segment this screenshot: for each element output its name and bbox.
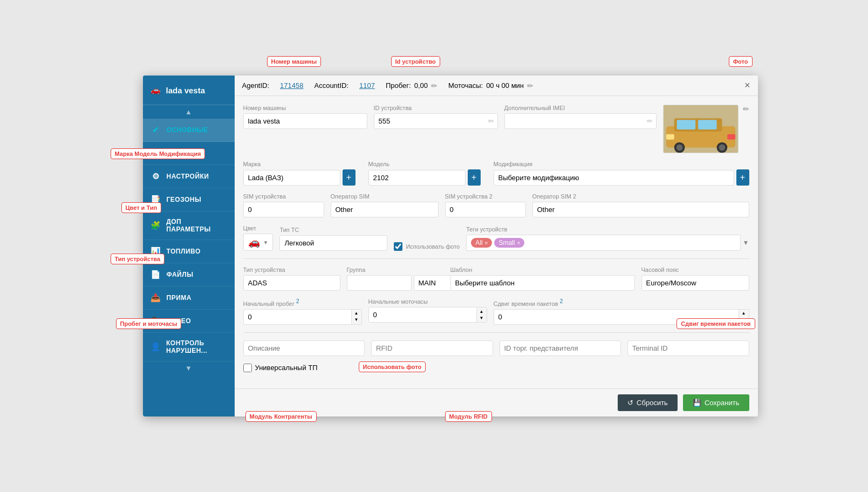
row-tip-ustrojstva: Тип устройства ADAS GPS Группа	[243, 266, 749, 291]
gruppa-input[interactable]	[347, 275, 412, 291]
modifikacia-add-button[interactable]: +	[736, 169, 749, 186]
sidebar-item-fajly[interactable]: 📄 ФАЙЛЫ	[143, 263, 235, 286]
operator-sim-select[interactable]: Other Beeline MTS	[331, 202, 439, 217]
id-torg-group	[500, 340, 621, 356]
operator-sim2-select[interactable]: Other Beeline MTS	[532, 202, 749, 217]
id-ustrojstva-label: ID устройства	[374, 105, 498, 111]
tip-ustrojstva-select[interactable]: ADAS GPS	[243, 275, 340, 291]
sidebar-item-dop-parametry[interactable]: 🧩 ДОП ПАРАМЕТРЫ	[143, 211, 235, 240]
opisanie-input[interactable]	[243, 340, 365, 356]
sdvig-sup-link[interactable]: 2	[560, 298, 563, 304]
account-id-link[interactable]: 1107	[359, 81, 375, 90]
gruppa-label: Группа	[347, 266, 444, 273]
car-photo-svg	[664, 105, 738, 153]
annotation-modul-kontragenty: Модуль Контрагенты	[245, 411, 317, 422]
sidebar-label-geozony: ГЕОЗОНЫ	[167, 196, 202, 203]
sidebar-header: 🚗 lada vesta	[143, 76, 235, 105]
modifikacia-select[interactable]: Выберите модификацию	[494, 170, 734, 186]
shablon-select[interactable]: Выберите шаблон	[450, 275, 635, 291]
sidebar-chevron-down[interactable]: ▼	[143, 361, 235, 375]
nach-probeg-up[interactable]: ▲	[352, 310, 361, 317]
sim2-label: SIM устройства 2	[445, 193, 526, 200]
account-id-label: AccountID:	[314, 81, 348, 90]
sdvig-up[interactable]: ▲	[739, 310, 749, 317]
terminal-id-input[interactable]	[627, 340, 749, 356]
sidebar-item-kontrol[interactable]: 👤 КОНТРОЛЬ НАРУШЕН...	[143, 333, 235, 361]
nomer-mashiny-input[interactable]	[243, 113, 367, 129]
nach-moto-input[interactable]	[369, 308, 476, 322]
model-select[interactable]: 2102	[368, 170, 466, 186]
tag-small: Small ×	[494, 238, 524, 248]
moto-label: Моточасы:	[448, 81, 483, 90]
color-selector[interactable]: 🚗 ▼	[243, 234, 274, 251]
sim2-group: SIM устройства 2	[445, 193, 526, 217]
reset-button[interactable]: ↺ Сбросить	[618, 394, 678, 411]
sidebar-item-osnovnye[interactable]: ✔ ОСНОВНЫЕ	[143, 119, 235, 142]
dop-imei-input[interactable]	[505, 114, 644, 128]
sidebar-label-dop: ДОП ПАРАМЕТРЫ	[166, 218, 227, 233]
modal-close-button[interactable]: ×	[744, 80, 750, 91]
row-sim: SIM устройства Оператор SIM Other Beelin…	[243, 193, 749, 217]
cvet-label: Цвет	[243, 225, 274, 231]
probeg-edit-icon[interactable]: ✏	[431, 81, 438, 90]
nach-moto-controls: ▲ ▼	[476, 309, 487, 322]
gruppa-select[interactable]: MAIN	[414, 275, 452, 291]
annotation-foto: Фото	[729, 56, 753, 67]
model-label: Модель	[368, 161, 487, 167]
moto-edit-icon[interactable]: ✏	[527, 81, 534, 90]
nach-probeg-down[interactable]: ▼	[352, 317, 361, 323]
chasovoj-poyas-select[interactable]: Europe/Moscow UTC	[641, 275, 749, 291]
universal-tp-checkbox[interactable]	[243, 364, 252, 372]
ispolzovat-foto-group: Использовать фото	[394, 231, 460, 251]
svg-point-8	[719, 145, 725, 151]
sim-input[interactable]	[243, 202, 324, 217]
nach-moto-up[interactable]: ▲	[477, 309, 487, 315]
tip-tc-label: Тип ТС	[279, 227, 387, 233]
file-icon: 📄	[151, 270, 161, 279]
operator-sim2-label: Оператор SIM 2	[532, 193, 749, 200]
marka-add-button[interactable]: +	[343, 169, 356, 186]
tag-all: All ×	[471, 238, 492, 248]
gruppa-group: Группа MAIN	[347, 266, 444, 291]
sidebar-label-toplivo: ТОПЛИВО	[167, 248, 201, 255]
operator-sim2-group: Оператор SIM 2 Other Beeline MTS	[532, 193, 749, 217]
agent-id-link[interactable]: 171458	[280, 81, 303, 90]
photo-edit-icon[interactable]: ✏	[743, 105, 749, 113]
row-universal: Универсальный ТП	[243, 364, 749, 372]
cvet-group: Цвет 🚗 ▼	[243, 225, 274, 251]
sim2-input[interactable]	[445, 202, 526, 217]
model-add-button[interactable]: +	[468, 169, 481, 186]
sidebar-label-kontrol: КОНТРОЛЬ НАРУШЕН...	[166, 339, 227, 354]
rfid-input[interactable]	[371, 340, 493, 356]
id-edit-icon[interactable]: ✏	[485, 117, 497, 125]
id-torg-input[interactable]	[500, 340, 621, 356]
form-content: Номер машины ID устройства ✏ Дополнитель…	[235, 96, 758, 388]
color-car-icon: 🚗	[248, 236, 260, 248]
save-button[interactable]: 💾 Сохранить	[683, 394, 749, 411]
operator-sim-group: Оператор SIM Other Beeline MTS	[331, 193, 439, 217]
sdvig-label: Сдвиг времени пакетов 2	[494, 298, 749, 307]
ispolzovat-foto-checkbox[interactable]	[394, 242, 402, 251]
nach-probeg-sup-link[interactable]: 2	[296, 298, 299, 304]
tip-tc-group: Тип ТС Легковой Грузовой	[279, 227, 387, 251]
terminal-id-group	[627, 340, 749, 356]
sidebar-item-prima[interactable]: 📥 ПРИМА	[143, 286, 235, 310]
nach-moto-down[interactable]: ▼	[477, 315, 487, 322]
operator-sim-label: Оператор SIM	[331, 193, 439, 200]
dop-imei-edit-icon[interactable]: ✏	[644, 117, 656, 125]
sidebar-item-nastrojki[interactable]: ⚙ НАСТРОЙКИ	[143, 165, 235, 188]
sidebar-label-osnovnye: ОСНОВНЫЕ	[167, 126, 208, 134]
annotation-tip-ustrojstva: Тип устройства	[111, 254, 165, 264]
marka-select[interactable]: Lada (ВАЗ)	[243, 170, 340, 186]
sidebar-chevron-up[interactable]: ▲	[143, 105, 235, 119]
svg-rect-10	[727, 134, 735, 140]
modifikacia-label: Модификация	[494, 161, 749, 167]
chasovoj-poyas-label: Часовой пояс	[641, 266, 749, 273]
tag-all-remove[interactable]: ×	[485, 240, 488, 246]
tip-tc-select[interactable]: Легковой Грузовой	[279, 235, 387, 251]
id-ustrojstva-input[interactable]	[374, 114, 485, 128]
tegi-dropdown-icon[interactable]: ▼	[743, 239, 749, 247]
tag-small-remove[interactable]: ×	[517, 240, 520, 246]
universal-tp-label: Универсальный ТП	[255, 364, 318, 372]
nach-probeg-input[interactable]	[244, 310, 351, 324]
